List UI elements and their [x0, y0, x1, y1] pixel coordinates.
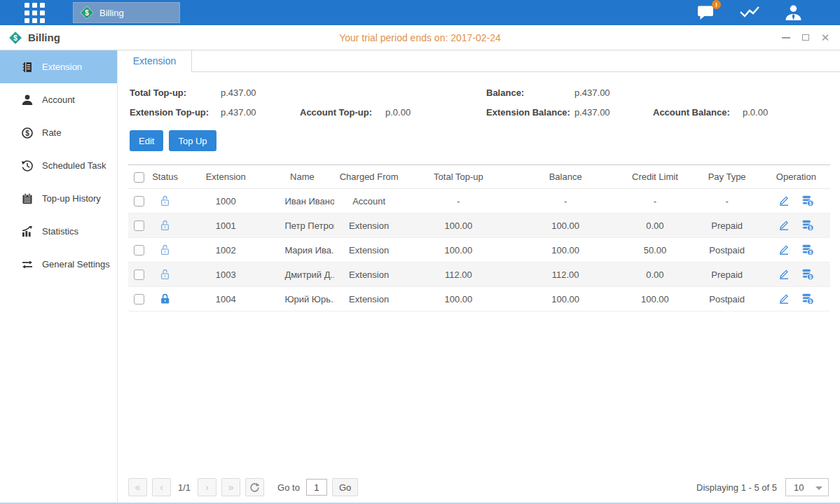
extension-balance-value: p.437.00: [574, 107, 653, 118]
balance: 100.00: [513, 214, 618, 238]
statistics-chart-icon[interactable]: [739, 4, 760, 22]
balance: -: [513, 189, 618, 214]
desktop-topbar: $ Billing !: [0, 0, 840, 25]
sidebar-item-extension[interactable]: Extension: [0, 50, 117, 83]
edit-button[interactable]: Edit: [130, 130, 163, 151]
unlocked-icon: [159, 219, 172, 230]
tab-extension[interactable]: Extension: [118, 50, 192, 72]
table-row: 1001Петр ПетровExtension100.00100.000.00…: [128, 214, 830, 238]
svg-text:$: $: [809, 201, 812, 206]
edit-pencil-icon[interactable]: [778, 219, 790, 232]
extension-balance-label: Extension Balance:: [486, 107, 574, 118]
extension-number: 1004: [181, 287, 270, 312]
pay-type: Prepaid: [692, 214, 762, 238]
topup-coins-icon[interactable]: $: [801, 293, 814, 305]
last-page-button[interactable]: »: [221, 478, 240, 496]
sidebar-item-general-settings[interactable]: General Settings: [0, 248, 117, 281]
column-header-name: Name: [270, 165, 333, 189]
extension-name: Дмитрий Д...: [270, 262, 333, 287]
svg-text:$: $: [13, 34, 18, 41]
taskbar-item-billing[interactable]: $ Billing: [73, 2, 180, 23]
minimize-icon[interactable]: [781, 33, 791, 43]
row-checkbox[interactable]: [134, 196, 144, 206]
table-header-row: StatusExtensionNameCharged FromTotal Top…: [128, 165, 830, 189]
sidebar-item-statistics[interactable]: Statistics: [0, 215, 117, 248]
topup-coins-icon[interactable]: $: [801, 268, 814, 281]
topup-coins-icon[interactable]: $: [801, 195, 814, 207]
pay-type: Postpaid: [692, 238, 762, 262]
close-icon[interactable]: ✕: [820, 33, 830, 43]
unlocked-icon: [159, 268, 172, 279]
billing-diamond-icon: $: [8, 31, 22, 45]
main-content: Extension Total Top-up: p.437.00 Balance…: [118, 50, 840, 503]
total-topup: 112.00: [404, 262, 513, 287]
extension-topup-value: p.437.00: [221, 107, 300, 118]
first-page-button[interactable]: «: [128, 478, 147, 496]
goto-label: Go to: [277, 482, 300, 493]
next-page-button[interactable]: ›: [198, 478, 216, 496]
svg-text:$: $: [809, 299, 812, 304]
goto-page-input[interactable]: [306, 479, 327, 496]
page-size-select[interactable]: 10: [785, 478, 829, 496]
person-icon: [21, 94, 34, 106]
go-button[interactable]: Go: [332, 478, 358, 496]
charged-from: Extension: [334, 287, 404, 312]
refresh-button[interactable]: [245, 478, 264, 496]
row-checkbox[interactable]: [134, 220, 144, 231]
unlocked-icon: [159, 244, 172, 254]
credit-limit: -: [618, 189, 691, 214]
edit-pencil-icon[interactable]: [778, 244, 790, 256]
window-titlebar: $ Billing Your trial period ends on: 201…: [0, 25, 840, 50]
app-grid-icon[interactable]: [25, 3, 45, 23]
sidebar-item-rate[interactable]: $Rate: [0, 116, 117, 149]
edit-pencil-icon[interactable]: [778, 293, 790, 305]
balance: 100.00: [513, 238, 618, 262]
sidebar-item-account[interactable]: Account: [0, 83, 117, 116]
row-checkbox[interactable]: [134, 270, 144, 280]
extension-name: Иван Иванов: [270, 189, 333, 214]
window-title: Billing: [28, 31, 60, 43]
topup-coins-icon[interactable]: $: [801, 219, 814, 232]
messages-icon[interactable]: !: [696, 4, 717, 22]
sidebar: ExtensionAccount$RateScheduled TaskTop-u…: [0, 50, 118, 503]
calendar-icon: [21, 192, 34, 205]
extension-name: Петр Петров: [270, 214, 333, 238]
unlocked-icon: [159, 195, 172, 205]
column-header-status: Status: [149, 165, 181, 189]
notification-badge: !: [712, 0, 721, 9]
row-checkbox[interactable]: [134, 245, 144, 255]
total-topup-value: p.437.00: [221, 88, 300, 98]
tab-strip: Extension: [118, 50, 840, 72]
total-topup: 100.00: [404, 238, 513, 262]
balance-value: p.437.00: [574, 88, 653, 98]
edit-pencil-icon[interactable]: [778, 268, 790, 281]
charged-from: Extension: [334, 262, 404, 287]
top-up-button[interactable]: Top Up: [169, 130, 216, 151]
extension-name: Мария Ива...: [270, 238, 333, 262]
balance-label: Balance:: [486, 88, 574, 98]
row-checkbox[interactable]: [134, 294, 144, 304]
topup-coins-icon[interactable]: $: [801, 244, 814, 256]
balance: 100.00: [513, 287, 618, 312]
credit-limit: 50.00: [618, 238, 691, 262]
displaying-text: Displaying 1 - 5 of 5: [696, 482, 777, 493]
total-topup: -: [404, 189, 513, 214]
chevron-down-icon: [815, 486, 822, 493]
settings-icon: [21, 258, 34, 271]
sidebar-item-scheduled-task[interactable]: Scheduled Task: [0, 149, 117, 182]
sidebar-item-label: Statistics: [42, 226, 78, 237]
account-balance-label: Account Balance:: [653, 107, 743, 118]
table-row: 1003Дмитрий Д...Extension112.00112.000.0…: [128, 262, 830, 287]
edit-pencil-icon[interactable]: [778, 195, 790, 207]
prev-page-button[interactable]: ‹: [152, 478, 171, 496]
column-header-operation: Operation: [762, 165, 830, 189]
extension-name: Юрий Юрь...: [270, 287, 333, 312]
select-all-checkbox[interactable]: [134, 172, 144, 183]
dollar-coin-icon: $: [21, 127, 34, 139]
column-header-total-top-up: Total Top-up: [404, 165, 513, 189]
user-account-icon[interactable]: [783, 4, 804, 22]
pay-type: Postpaid: [692, 287, 762, 312]
sidebar-item-top-up-history[interactable]: Top-up History: [0, 182, 117, 215]
maximize-icon[interactable]: [801, 33, 811, 43]
column-header-extension: Extension: [181, 165, 270, 189]
